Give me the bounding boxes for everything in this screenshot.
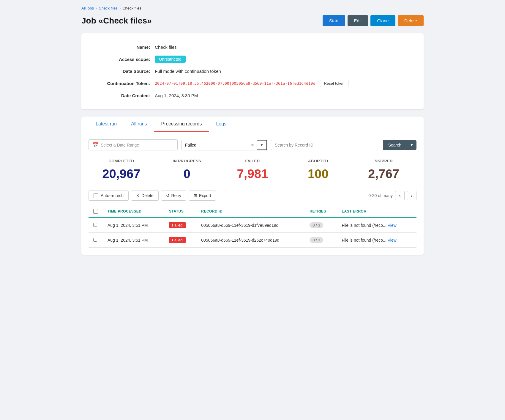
breadcrumb-check-files-1[interactable]: Check files bbox=[99, 6, 118, 10]
th-last-error: LAST ERROR bbox=[337, 205, 416, 218]
status-filter[interactable]: ✕ ▼ bbox=[181, 140, 267, 150]
row-checkbox-1 bbox=[89, 233, 103, 248]
access-scope-row: Access scope: Unrestricted bbox=[91, 53, 414, 66]
table-delete-button[interactable]: ✕ Delete bbox=[131, 191, 158, 201]
auto-refresh-toggle[interactable]: Auto-refresh bbox=[89, 191, 129, 201]
date-created-row: Date Created: Aug 1, 2024, 3:30 PM bbox=[91, 90, 414, 101]
tab-latest-run[interactable]: Latest run bbox=[89, 117, 124, 132]
row-time-1: Aug 1, 2024, 3:51 PM bbox=[103, 233, 164, 248]
continuation-token-value: 2024-07-01T09:18:35.462000-07:00|005056a… bbox=[155, 77, 414, 90]
export-label: Export bbox=[199, 193, 211, 198]
skipped-label: SKIPPED bbox=[351, 159, 416, 163]
row-retries-0: 0 / 3 bbox=[305, 218, 337, 233]
table-row: Aug 1, 2024, 3:51 PM Failed 005056a8-d56… bbox=[89, 218, 416, 233]
export-button[interactable]: ⊞ Export bbox=[189, 191, 216, 201]
row-record-id-0: 005056a8-d569-11ef-3619-d1f7e89ed19d bbox=[196, 218, 305, 233]
completed-value: 20,967 bbox=[89, 167, 154, 181]
pagination-prev-button[interactable]: ‹ bbox=[395, 191, 405, 200]
auto-refresh-checkbox[interactable] bbox=[94, 193, 98, 198]
calendar-icon: 📅 bbox=[92, 142, 98, 148]
search-input[interactable] bbox=[271, 140, 379, 150]
data-source-value: Full mode with continuation token bbox=[155, 66, 414, 77]
aborted-label: ABORTED bbox=[285, 159, 351, 163]
retries-badge-0: 0 / 3 bbox=[310, 222, 323, 228]
export-icon: ⊞ bbox=[194, 193, 197, 198]
breadcrumb-sep-1: › bbox=[96, 6, 97, 10]
view-link-0[interactable]: View bbox=[388, 223, 397, 228]
row-last-error-0: File is not found (/reco... View bbox=[337, 218, 416, 233]
row-last-error-1: File is not found (/reco... View bbox=[337, 233, 416, 248]
header-actions: Start Edit Clone Delete bbox=[323, 15, 424, 26]
row-select-0[interactable] bbox=[93, 223, 97, 227]
tab-logs[interactable]: Logs bbox=[209, 117, 233, 132]
breadcrumb-current: Check files bbox=[122, 6, 141, 10]
row-status-0: Failed bbox=[164, 218, 196, 233]
th-checkbox bbox=[89, 205, 103, 218]
edit-button[interactable]: Edit bbox=[348, 15, 368, 26]
status-filter-input[interactable] bbox=[182, 140, 248, 150]
date-created-value: Aug 1, 2024, 3:30 PM bbox=[155, 90, 414, 101]
th-time-processed: TIME PROCESSED bbox=[103, 205, 164, 218]
status-badge-1: Failed bbox=[169, 237, 185, 243]
job-info-card: Name: Check files Access scope: Unrestri… bbox=[81, 33, 424, 109]
table-header: TIME PROCESSED STATUS RECORD ID RETRIES … bbox=[89, 205, 416, 218]
reset-token-button[interactable]: Reset token bbox=[320, 80, 348, 87]
table-header-row: TIME PROCESSED STATUS RECORD ID RETRIES … bbox=[89, 205, 416, 218]
tabs-container: Latest run All runs Processing records L… bbox=[81, 117, 424, 255]
access-scope-badge: Unrestricted bbox=[155, 56, 185, 63]
job-info-grid: Name: Check files Access scope: Unrestri… bbox=[91, 42, 414, 101]
data-source-label: Data Source: bbox=[91, 66, 155, 77]
breadcrumb-all-jobs[interactable]: All jobs bbox=[81, 6, 94, 10]
access-scope-value: Unrestricted bbox=[155, 53, 414, 66]
failed-label: FAILED bbox=[220, 159, 285, 163]
stats-row: COMPLETED 20,967 IN PROGRESS 0 FAILED 7,… bbox=[89, 159, 416, 181]
in-progress-value: 0 bbox=[154, 167, 220, 181]
table-body: Aug 1, 2024, 3:51 PM Failed 005056a8-d56… bbox=[89, 218, 416, 248]
page-title: Job «Check files» bbox=[81, 16, 152, 26]
auto-refresh-label: Auto-refresh bbox=[101, 193, 124, 198]
retry-icon: ↺ bbox=[166, 193, 170, 198]
status-filter-clear-button[interactable]: ✕ bbox=[248, 140, 257, 150]
row-checkbox-0 bbox=[89, 218, 103, 233]
view-link-1[interactable]: View bbox=[388, 238, 397, 243]
status-filter-dropdown-button[interactable]: ▼ bbox=[257, 140, 267, 150]
name-value: Check files bbox=[155, 42, 414, 53]
token-text: 2024-07-01T09:18:35.462000-07:00|005056a… bbox=[155, 81, 315, 86]
delete-label: Delete bbox=[141, 193, 153, 198]
tabs-header: Latest run All runs Processing records L… bbox=[81, 117, 424, 132]
data-source-row: Data Source: Full mode with continuation… bbox=[91, 66, 414, 77]
stat-skipped: SKIPPED 2,767 bbox=[351, 159, 416, 181]
name-label: Name: bbox=[91, 42, 155, 53]
delete-button[interactable]: Delete bbox=[398, 15, 424, 26]
access-scope-label: Access scope: bbox=[91, 53, 155, 66]
row-status-1: Failed bbox=[164, 233, 196, 248]
retries-badge-1: 0 / 3 bbox=[310, 237, 323, 243]
tab-processing-records[interactable]: Processing records bbox=[154, 117, 209, 132]
aborted-value: 100 bbox=[285, 167, 351, 181]
table-actions: Auto-refresh ✕ Delete ↺ Retry ⊞ Export 0… bbox=[89, 191, 416, 201]
select-all-checkbox[interactable] bbox=[93, 209, 98, 214]
continuation-token-label: Continuation Token: bbox=[91, 77, 155, 90]
search-dropdown-button[interactable]: ▼ bbox=[407, 140, 416, 150]
skipped-value: 2,767 bbox=[351, 167, 416, 181]
stat-failed: FAILED 7,981 bbox=[220, 159, 285, 181]
in-progress-label: IN PROGRESS bbox=[154, 159, 220, 163]
start-button[interactable]: Start bbox=[323, 15, 345, 26]
row-select-1[interactable] bbox=[93, 238, 97, 242]
retry-button[interactable]: ↺ Retry bbox=[161, 191, 186, 201]
retry-label: Retry bbox=[171, 193, 181, 198]
pagination: 0-20 of many ‹ › bbox=[368, 191, 416, 200]
pagination-info: 0-20 of many bbox=[368, 193, 393, 198]
row-record-id-1: 005056a8-d569-11ef-3619-d262c740d19d bbox=[196, 233, 305, 248]
clone-button[interactable]: Clone bbox=[370, 15, 395, 26]
failed-value: 7,981 bbox=[220, 167, 285, 181]
tab-content-processing-records: 📅 Select a Date Range ✕ ▼ Search ▼ COMPL… bbox=[81, 132, 424, 255]
row-retries-1: 0 / 3 bbox=[305, 233, 337, 248]
tab-all-runs[interactable]: All runs bbox=[124, 117, 154, 132]
pagination-next-button[interactable]: › bbox=[407, 191, 416, 200]
th-status: STATUS bbox=[164, 205, 196, 218]
search-button[interactable]: Search bbox=[383, 140, 407, 150]
date-range-filter[interactable]: 📅 Select a Date Range bbox=[89, 139, 178, 150]
breadcrumb-sep-2: › bbox=[119, 6, 121, 10]
stat-completed: COMPLETED 20,967 bbox=[89, 159, 154, 181]
